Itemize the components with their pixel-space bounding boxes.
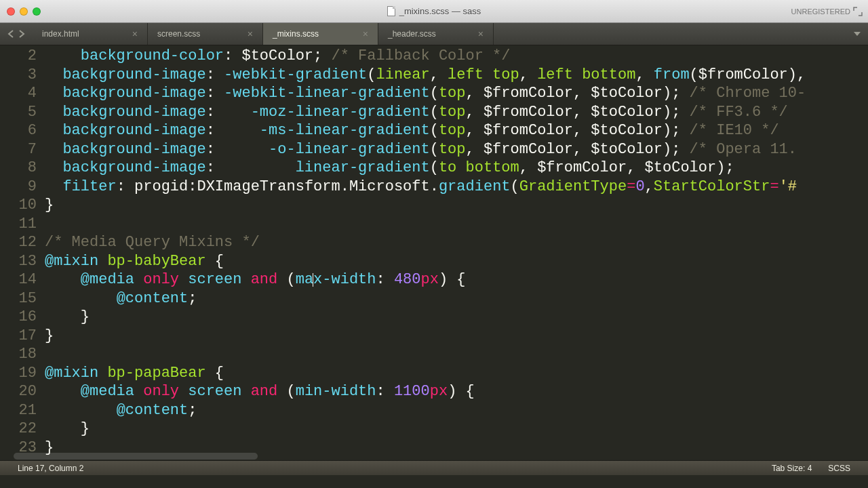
line-number: 4 xyxy=(0,84,37,103)
window-titlebar: _mixins.scss — sass UNREGISTERED xyxy=(0,0,868,23)
line-number: 20 xyxy=(0,382,37,401)
line-number: 15 xyxy=(0,289,37,308)
text-cursor xyxy=(313,273,313,287)
code-line[interactable]: background-image: -o-linear-gradient(top… xyxy=(45,140,868,159)
tab-index-html[interactable]: index.html× xyxy=(33,23,148,45)
line-number: 9 xyxy=(0,178,37,197)
code-content[interactable]: background-color: $toColor; /* Fallback … xyxy=(45,45,868,460)
editor-area[interactable]: 234567891011121314151617181920212223 bac… xyxy=(0,45,868,460)
nav-back-icon[interactable] xyxy=(7,29,15,39)
tab-overflow-dropdown[interactable] xyxy=(846,23,868,45)
line-number: 22 xyxy=(0,420,37,439)
line-number: 10 xyxy=(0,196,37,215)
line-number: 11 xyxy=(0,215,37,234)
code-line[interactable]: filter: progid:DXImageTransform.Microsof… xyxy=(45,178,868,197)
expand-icon[interactable] xyxy=(853,7,863,16)
line-number: 5 xyxy=(0,103,37,122)
code-line[interactable]: } xyxy=(45,308,868,327)
code-line[interactable]: @content; xyxy=(45,401,868,420)
line-number: 7 xyxy=(0,140,37,159)
code-line[interactable]: } xyxy=(45,327,868,346)
status-position[interactable]: Line 17, Column 2 xyxy=(9,464,92,473)
code-line[interactable]: } xyxy=(45,420,868,439)
registration-status: UNREGISTERED xyxy=(791,0,850,23)
line-number: 16 xyxy=(0,308,37,327)
code-line[interactable]: } xyxy=(45,196,868,215)
close-icon[interactable]: × xyxy=(355,28,368,39)
line-number: 13 xyxy=(0,252,37,271)
status-bar: Line 17, Column 2 Tab Size: 4 SCSS xyxy=(0,460,868,475)
code-line[interactable]: @content; xyxy=(45,289,868,308)
tab-label: screen.scss xyxy=(157,29,200,39)
line-number: 2 xyxy=(0,47,37,66)
tab-_mixins-scss[interactable]: _mixins.scss× xyxy=(263,23,378,45)
tab-_header-scss[interactable]: _header.scss× xyxy=(378,23,494,45)
status-syntax[interactable]: SCSS xyxy=(820,464,859,473)
code-line[interactable]: background-color: $toColor; /* Fallback … xyxy=(45,47,868,66)
code-line[interactable]: background-image: -ms-linear-gradient(to… xyxy=(45,121,868,140)
close-icon[interactable]: × xyxy=(239,28,253,39)
close-icon[interactable]: × xyxy=(124,28,138,39)
tab-label: index.html xyxy=(42,29,79,39)
line-number: 12 xyxy=(0,233,37,252)
code-line[interactable]: background-image: -webkit-linear-gradien… xyxy=(45,84,868,103)
tab-history-nav xyxy=(0,23,33,45)
line-number: 6 xyxy=(0,121,37,140)
code-line[interactable]: @media only screen and (max-width: 480px… xyxy=(45,270,868,289)
nav-forward-icon[interactable] xyxy=(18,29,26,39)
code-line[interactable]: @mixin bp-papaBear { xyxy=(45,364,868,383)
code-line[interactable]: background-image: linear-gradient(to bot… xyxy=(45,159,868,178)
tabbar: index.html×screen.scss×_mixins.scss×_hea… xyxy=(0,23,868,45)
line-number: 19 xyxy=(0,364,37,383)
line-number: 8 xyxy=(0,159,37,178)
horizontal-scrollbar[interactable] xyxy=(14,452,859,460)
line-number: 18 xyxy=(0,345,37,364)
close-icon[interactable]: × xyxy=(470,28,484,39)
line-number: 21 xyxy=(0,401,37,420)
tab-screen-scss[interactable]: screen.scss× xyxy=(148,23,263,45)
code-line[interactable]: /* Media Query Mixins */ xyxy=(45,233,868,252)
line-number: 3 xyxy=(0,66,37,85)
tab-label: _mixins.scss xyxy=(273,29,319,39)
window-title-text: _mixins.scss — sass xyxy=(399,6,481,16)
line-number: 14 xyxy=(0,270,37,289)
status-tab-size[interactable]: Tab Size: 4 xyxy=(764,464,820,473)
horizontal-scrollbar-thumb[interactable] xyxy=(14,453,258,460)
window-title: _mixins.scss — sass xyxy=(0,6,868,16)
code-line[interactable] xyxy=(45,215,868,234)
code-line[interactable]: @media only screen and (min-width: 1100p… xyxy=(45,382,868,401)
code-line[interactable]: @mixin bp-babyBear { xyxy=(45,252,868,271)
line-number: 17 xyxy=(0,327,37,346)
line-number-gutter: 234567891011121314151617181920212223 xyxy=(0,45,45,460)
code-line[interactable]: background-image: -webkit-gradient(linea… xyxy=(45,66,868,85)
code-line[interactable] xyxy=(45,345,868,364)
code-line[interactable]: background-image: -moz-linear-gradient(t… xyxy=(45,103,868,122)
file-icon xyxy=(387,6,395,16)
tab-label: _header.scss xyxy=(388,29,436,39)
